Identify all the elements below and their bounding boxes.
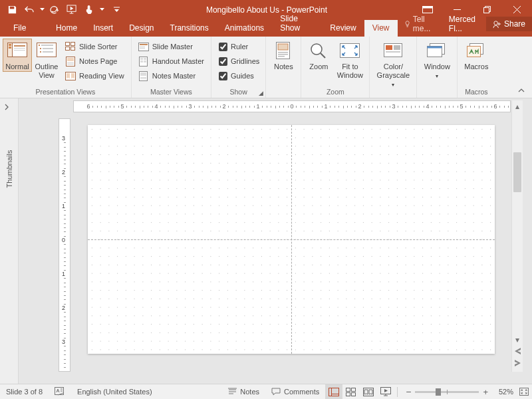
gridlines-checkbox[interactable]: Gridlines bbox=[215, 54, 263, 68]
thumbnails-expand-button[interactable] bbox=[4, 104, 13, 113]
fit-to-window-button[interactable]: Fit to Window bbox=[333, 39, 366, 80]
collapse-ribbon-button[interactable] bbox=[517, 87, 529, 96]
svg-point-46 bbox=[311, 44, 322, 55]
zoom-out-button[interactable]: − bbox=[406, 386, 411, 397]
svg-rect-58 bbox=[329, 388, 339, 396]
scroll-down-button[interactable]: ▾ bbox=[512, 334, 523, 345]
window-button[interactable]: Window▾ bbox=[420, 39, 454, 81]
fit-status-icon bbox=[519, 388, 529, 396]
tab-review[interactable]: Review bbox=[322, 20, 364, 37]
notes-button[interactable]: Notes bbox=[269, 39, 298, 72]
vertical-ruler[interactable]: 3210123 bbox=[59, 118, 70, 372]
undo-button[interactable] bbox=[21, 2, 37, 18]
spell-check-button[interactable] bbox=[49, 384, 71, 399]
macros-button[interactable]: Macros bbox=[460, 39, 492, 72]
horizontal-guide[interactable] bbox=[88, 239, 495, 240]
zoom-in-button[interactable]: + bbox=[483, 387, 488, 397]
slide-sorter-button[interactable]: Slide Sorter bbox=[61, 39, 128, 54]
window-title: Mongibello About Us - PowerPoint bbox=[121, 5, 412, 15]
svg-rect-29 bbox=[140, 44, 148, 45]
share-button[interactable]: Share bbox=[486, 17, 532, 31]
notes-master-label: Notes Master bbox=[152, 72, 196, 80]
svg-rect-36 bbox=[144, 61, 146, 63]
color-grayscale-button[interactable]: Color/ Grayscale ▾ bbox=[372, 39, 414, 90]
tab-home[interactable]: Home bbox=[48, 20, 85, 37]
lightbulb-icon bbox=[404, 19, 410, 29]
tab-file[interactable]: File bbox=[4, 20, 35, 37]
slide[interactable] bbox=[88, 125, 495, 354]
redo-button[interactable] bbox=[47, 2, 63, 18]
tab-view[interactable]: View bbox=[364, 20, 398, 37]
svg-point-4 bbox=[494, 21, 498, 25]
language-indicator[interactable]: English (United States) bbox=[71, 384, 158, 399]
zoom-icon bbox=[309, 42, 328, 61]
svg-rect-17 bbox=[40, 51, 41, 53]
view-buttons bbox=[325, 384, 394, 399]
undo-icon bbox=[25, 5, 35, 14]
workspace: Thumbnails 6543210123456 3210123 ▴ ▾ bbox=[0, 98, 532, 384]
scroll-thumb[interactable] bbox=[513, 152, 521, 192]
tell-me-search[interactable]: Tell me... bbox=[398, 11, 442, 37]
touch-mode-more-button[interactable] bbox=[98, 2, 105, 18]
tab-insert[interactable]: Insert bbox=[85, 20, 121, 37]
tab-design[interactable]: Design bbox=[121, 20, 162, 37]
notes-label: Notes bbox=[274, 63, 293, 71]
scroll-up-button[interactable]: ▴ bbox=[512, 100, 523, 112]
previous-slide-button[interactable] bbox=[512, 345, 523, 357]
outline-view-button[interactable]: Outline View bbox=[32, 39, 61, 80]
svg-rect-33 bbox=[140, 58, 143, 60]
guides-checkbox[interactable]: Guides bbox=[215, 68, 263, 83]
reading-view-status-button[interactable] bbox=[360, 384, 377, 399]
svg-rect-22 bbox=[71, 47, 75, 51]
tab-animations[interactable]: Animations bbox=[217, 20, 272, 37]
outline-view-label: Outline View bbox=[35, 63, 59, 80]
undo-more-button[interactable] bbox=[39, 2, 45, 18]
scroll-track[interactable] bbox=[512, 112, 523, 333]
gridlines-label: Gridlines bbox=[231, 57, 259, 65]
notes-toggle[interactable]: Notes bbox=[222, 384, 265, 399]
slide-master-button[interactable]: Slide Master bbox=[134, 39, 208, 54]
zoom-slider-thumb[interactable] bbox=[436, 388, 441, 396]
save-button[interactable] bbox=[4, 2, 20, 18]
vertical-scrollbar[interactable]: ▴ ▾ bbox=[511, 100, 523, 372]
show-group-label: Show◢ bbox=[211, 88, 265, 98]
svg-rect-2 bbox=[422, 6, 432, 8]
customize-qat-button[interactable] bbox=[112, 2, 121, 18]
touch-mode-button[interactable] bbox=[81, 2, 97, 18]
zoom-percentage[interactable]: 52% bbox=[493, 388, 516, 396]
normal-view-status-button[interactable] bbox=[325, 384, 342, 399]
notes-master-button[interactable]: Notes Master bbox=[134, 68, 208, 83]
group-macros: Macros Macros bbox=[458, 37, 495, 98]
chevron-right-icon bbox=[4, 104, 9, 110]
next-slide-button[interactable] bbox=[512, 357, 523, 369]
ruler-checkbox[interactable]: Ruler bbox=[215, 39, 263, 54]
thumbnails-label: Thumbnails bbox=[5, 150, 13, 188]
zoom-button[interactable]: Zoom bbox=[304, 39, 333, 72]
svg-rect-61 bbox=[346, 388, 350, 391]
user-account[interactable]: Merced Fl... bbox=[442, 11, 486, 37]
slide-sorter-status-button[interactable] bbox=[342, 384, 360, 399]
svg-rect-19 bbox=[66, 43, 70, 46]
slide-indicator[interactable]: Slide 3 of 8 bbox=[0, 384, 49, 399]
tab-transitions[interactable]: Transitions bbox=[162, 20, 217, 37]
comments-toggle[interactable]: Comments bbox=[265, 384, 325, 399]
group-show: Ruler Gridlines Guides Show◢ bbox=[211, 37, 266, 98]
slide-canvas-area[interactable] bbox=[73, 118, 511, 372]
notes-page-button[interactable]: Notes Page bbox=[61, 54, 128, 68]
horizontal-ruler[interactable]: 6543210123456 bbox=[73, 100, 511, 112]
svg-rect-67 bbox=[520, 388, 529, 396]
handout-master-label: Handout Master bbox=[152, 57, 204, 65]
handout-master-button[interactable]: Handout Master bbox=[134, 54, 208, 68]
show-dialog-launcher[interactable]: ◢ bbox=[259, 90, 263, 96]
normal-view-button[interactable]: Normal bbox=[3, 39, 32, 72]
fit-to-window-status-button[interactable] bbox=[516, 384, 532, 399]
start-from-beginning-button[interactable] bbox=[64, 2, 80, 18]
reading-view-button[interactable]: Reading View bbox=[61, 68, 128, 83]
thumbnails-panel[interactable]: Thumbnails bbox=[0, 98, 19, 384]
spellcheck-icon bbox=[55, 387, 65, 396]
slideshow-status-button[interactable] bbox=[377, 384, 394, 399]
chevron-up-icon bbox=[517, 87, 525, 94]
tab-slideshow[interactable]: Slide Show bbox=[272, 11, 322, 37]
zoom-slider-track[interactable] bbox=[415, 391, 479, 393]
svg-rect-10 bbox=[14, 48, 25, 49]
